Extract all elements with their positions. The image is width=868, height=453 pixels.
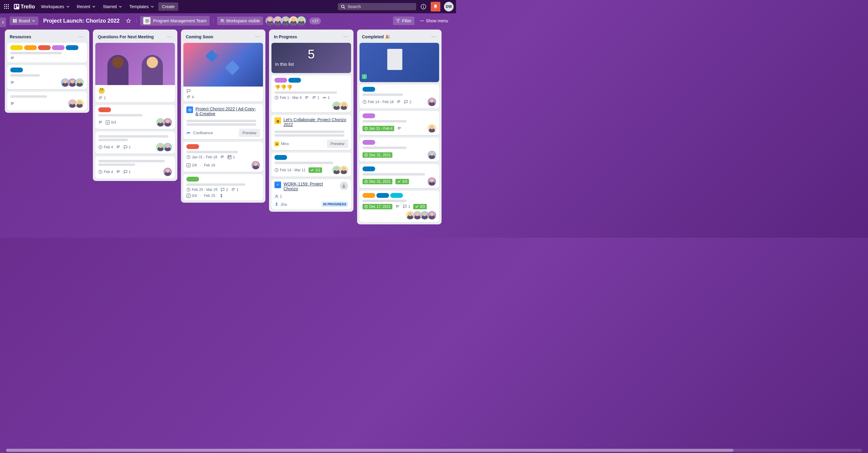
filter-button[interactable]: Filter xyxy=(393,17,414,25)
card-title-placeholder xyxy=(275,91,337,94)
card[interactable]: Feb 4 1 xyxy=(95,156,175,179)
card[interactable]: Dec 31, 2021 3/3 xyxy=(360,164,439,188)
card[interactable]: 🤔 2 xyxy=(95,43,175,102)
create-button[interactable]: Create xyxy=(158,2,178,11)
checklist-icon xyxy=(310,168,314,172)
label[interactable] xyxy=(376,193,389,198)
label[interactable] xyxy=(24,45,37,50)
board-canvas[interactable]: Resources ⋯ xyxy=(0,28,456,234)
notifications-button[interactable] xyxy=(431,2,440,11)
label[interactable] xyxy=(363,167,375,171)
label[interactable] xyxy=(288,78,301,83)
clock-icon xyxy=(186,188,191,192)
starred-dropdown[interactable]: Starred xyxy=(100,2,125,11)
board-view-switcher[interactable]: Board xyxy=(10,17,38,25)
member-avatar[interactable] xyxy=(428,151,436,159)
card[interactable]: Feb 25 - Mar 25 2 1 0/4 · Feb 25 xyxy=(183,174,263,200)
list-menu-button[interactable]: ⋯ xyxy=(342,33,349,40)
info-button[interactable] xyxy=(418,2,428,11)
card-jira-link[interactable]: ✓ WORK-1159: Project Chorizo 1 Jira IN P… xyxy=(272,179,351,209)
list-title[interactable]: Resources xyxy=(10,34,31,39)
apps-switcher-button[interactable] xyxy=(2,2,11,11)
preview-button[interactable]: Preview xyxy=(239,129,260,137)
list-title[interactable]: Completed 🎉 xyxy=(362,34,390,39)
member-avatar[interactable] xyxy=(428,177,436,186)
attachment-badge: 4 xyxy=(186,95,194,99)
card[interactable]: Dec 17, 2021 1 3/3 xyxy=(360,191,439,222)
label[interactable] xyxy=(66,45,79,50)
card[interactable]: 👎👎👎 Feb 1 - Mar 4 1 1 xyxy=(272,76,351,113)
visibility-button[interactable]: Workspace visible xyxy=(217,17,263,25)
label[interactable] xyxy=(38,45,51,50)
unassigned-avatar[interactable] xyxy=(340,182,348,190)
card[interactable]: Jan 31 - Feb 4 xyxy=(360,111,439,135)
team-chip[interactable]: 🐺 Program Management Team xyxy=(140,16,209,26)
label[interactable] xyxy=(10,45,23,50)
label[interactable] xyxy=(363,193,375,198)
member-avatar[interactable] xyxy=(340,166,348,174)
board-title[interactable]: Project Launch: Chorizo 2022 xyxy=(41,18,122,24)
workspaces-dropdown[interactable]: Workspaces xyxy=(38,2,73,11)
templates-dropdown[interactable]: Templates xyxy=(126,2,157,11)
label[interactable] xyxy=(10,67,23,72)
label[interactable] xyxy=(390,193,403,198)
member-avatar[interactable] xyxy=(251,161,260,170)
card[interactable] xyxy=(7,92,87,110)
list-menu-button[interactable]: ⋯ xyxy=(430,33,437,40)
search-box[interactable] xyxy=(338,3,416,10)
list-menu-button[interactable]: ⋯ xyxy=(78,33,85,40)
card-confluence-link[interactable]: ▤ Project Chorizo 2022 | Ad-Copy-&-Creat… xyxy=(183,104,263,139)
user-avatar[interactable]: DW xyxy=(444,2,454,11)
recent-dropdown[interactable]: Recent xyxy=(74,2,99,11)
member-avatar[interactable] xyxy=(75,79,84,87)
trello-logo[interactable]: Trello xyxy=(12,2,37,12)
star-icon xyxy=(126,19,131,23)
member-avatar[interactable] xyxy=(163,168,172,176)
attachment-icon xyxy=(98,96,102,100)
member-avatar[interactable]: ⌃⌃ xyxy=(297,16,306,25)
member-avatar[interactable] xyxy=(428,211,436,219)
search-input[interactable] xyxy=(348,4,413,9)
sidebar-expand-button[interactable] xyxy=(0,18,6,27)
filter-icon xyxy=(396,19,400,23)
text-placeholder xyxy=(275,134,344,137)
member-avatar[interactable] xyxy=(163,118,172,127)
card[interactable]: Dec 31, 2021 xyxy=(360,138,439,162)
member-avatar[interactable] xyxy=(75,99,84,108)
member-avatar[interactable] xyxy=(340,102,348,110)
card[interactable] xyxy=(7,65,87,89)
board-members-stack[interactable]: ⌃⌃ ⌃⌃ ⌃⌃ ⌃⌃ ⌃⌃ xyxy=(267,16,306,25)
member-avatar[interactable] xyxy=(163,143,172,151)
label[interactable] xyxy=(98,108,111,112)
member-avatar[interactable] xyxy=(428,124,436,133)
chevron-right-icon xyxy=(1,21,5,24)
show-menu-button[interactable]: Show menu xyxy=(417,17,451,25)
list-menu-button[interactable]: ⋯ xyxy=(254,33,260,40)
label[interactable] xyxy=(363,140,375,145)
card[interactable]: Feb 14 - Feb 18 2 xyxy=(360,85,439,109)
card[interactable] xyxy=(7,43,87,63)
extra-members-count[interactable]: +27 xyxy=(309,18,321,24)
label[interactable] xyxy=(52,45,65,50)
card[interactable]: ✓ xyxy=(360,43,439,82)
list-title[interactable]: Questions For Next Meeting xyxy=(98,34,154,39)
card[interactable]: 4 xyxy=(183,43,263,102)
list-title[interactable]: Coming Soon xyxy=(186,34,213,39)
member-avatar[interactable] xyxy=(428,98,436,106)
card-miro-link[interactable]: ⲙ Let's Collaborate: Project Chorizo 202… xyxy=(272,115,351,150)
preview-button[interactable]: Preview xyxy=(327,140,348,148)
label[interactable] xyxy=(275,155,287,160)
label[interactable] xyxy=(186,144,199,149)
card[interactable]: 0/3 xyxy=(95,105,175,129)
list-title[interactable]: In Progress xyxy=(274,34,297,39)
label[interactable] xyxy=(363,113,375,118)
label[interactable] xyxy=(186,177,199,182)
card[interactable]: Feb 4 1 xyxy=(95,131,175,154)
star-button[interactable] xyxy=(124,17,133,25)
label[interactable] xyxy=(363,87,375,92)
card[interactable]: Feb 14 - Mar 11 1/1 xyxy=(272,153,351,177)
card-list-count[interactable]: 5 In this list xyxy=(272,43,351,73)
card[interactable]: Jan 31 - Feb 18 1 2/8 · Feb 18 xyxy=(183,142,263,172)
list-menu-button[interactable]: ⋯ xyxy=(166,33,173,40)
label[interactable] xyxy=(275,78,287,83)
